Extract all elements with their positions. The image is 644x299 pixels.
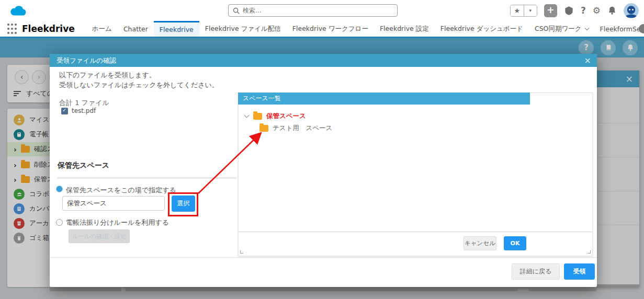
- resize-grip-icon[interactable]: [240, 250, 243, 254]
- space-name-input[interactable]: [62, 196, 165, 211]
- tree-child-label[interactable]: テスト用 スペース: [273, 124, 332, 133]
- header-icons: ★ ▾ + ? ⚙: [510, 3, 639, 18]
- annotation-highlight-box: [168, 192, 198, 216]
- folder-icon: [253, 113, 262, 120]
- setup-gear-icon[interactable]: ⚙: [593, 5, 601, 16]
- tab-home[interactable]: ホーム: [86, 21, 118, 37]
- modal-title: 受領ファイルの確認: [57, 56, 116, 64]
- chevron-down-icon[interactable]: [584, 26, 589, 30]
- tree-child-row[interactable]: テスト用 スペース: [259, 124, 332, 133]
- modal-intro-text: 以下のファイルを受領します。 受領しないファイルはチェックを外してください。: [59, 70, 219, 90]
- screen: ★ ▾ + ? ⚙: [0, 0, 644, 299]
- rule-config-button-disabled: ルールの確認・設定: [69, 229, 130, 243]
- folder-icon: [259, 125, 268, 132]
- resize-grip-icon[interactable]: [587, 250, 591, 254]
- modal-header: 受領ファイルの確認 ×: [50, 54, 597, 67]
- favorites-dropdown-icon[interactable]: ▾: [524, 5, 537, 16]
- search-icon: [233, 7, 240, 14]
- tab-chatter[interactable]: Chatter: [118, 21, 154, 37]
- close-icon[interactable]: ×: [584, 55, 591, 66]
- back-to-detail-button[interactable]: 詳細に戻る: [512, 263, 560, 280]
- section-divider: [58, 178, 236, 178]
- panel-divider: [239, 232, 592, 232]
- app-launcher-icon[interactable]: [7, 24, 17, 34]
- favorites-star-icon[interactable]: ★: [511, 5, 524, 16]
- user-avatar[interactable]: [624, 3, 639, 18]
- space-list-header: スペース一覧: [238, 93, 530, 105]
- radio-rule-label[interactable]: 電帳法振り分けルールを利用する: [66, 218, 169, 227]
- help-icon[interactable]: ?: [581, 5, 586, 16]
- file-name: test.pdf: [72, 107, 96, 114]
- app-nav-bar: Fleekdrive ホーム Chatter Fleekdrive Fleekd…: [0, 21, 644, 37]
- radio-rule-select[interactable]: [56, 219, 63, 226]
- file-row: test.pdf: [61, 107, 96, 114]
- radio-direct-label[interactable]: 保管先スペースをこの場で指定する: [66, 186, 176, 195]
- tree-root-row[interactable]: 保管スペース: [245, 112, 306, 121]
- notifications-bell-icon[interactable]: [607, 6, 617, 15]
- global-add-button[interactable]: +: [544, 4, 557, 17]
- destination-heading: 保管先スペース: [58, 161, 109, 170]
- chevron-expanded-icon[interactable]: [244, 113, 250, 118]
- global-search: [228, 4, 398, 17]
- guidance-icon[interactable]: [564, 6, 574, 16]
- ok-button[interactable]: OK: [504, 236, 526, 250]
- space-list-dialog: スペース一覧 保管スペース テスト用 スペース キャンセル OK: [238, 93, 593, 256]
- tab-fleekform-setting[interactable]: FleekformSetting: [594, 21, 644, 37]
- accept-button[interactable]: 受領: [564, 263, 595, 280]
- file-checkbox[interactable]: [61, 108, 68, 114]
- favorites-combo[interactable]: ★ ▾: [510, 5, 537, 17]
- tab-file-delivery[interactable]: Fleekdrive ファイル配信: [199, 21, 287, 37]
- tab-cso-sync[interactable]: CSO同期ワーク: [529, 21, 594, 37]
- file-total-label: 合計 1 ファイル: [59, 98, 109, 108]
- tab-workflow[interactable]: Fleekdrive ワークフロー: [287, 21, 374, 37]
- tree-root-label[interactable]: 保管スペース: [266, 112, 306, 121]
- tab-dashboard[interactable]: Fleekdrive ダッシュボード: [435, 21, 529, 37]
- salesforce-cloud-logo[interactable]: [8, 4, 28, 17]
- footer-divider: [50, 257, 597, 258]
- tab-settings[interactable]: Fleekdrive 設定: [374, 21, 435, 37]
- cancel-button[interactable]: キャンセル: [464, 236, 496, 250]
- receive-file-confirm-modal: 受領ファイルの確認 × 以下のファイルを受領します。 受領しないファイルはチェッ…: [50, 54, 597, 287]
- radio-direct-select[interactable]: [56, 186, 63, 192]
- app-name: Fleekdrive: [22, 21, 75, 37]
- search-input[interactable]: [243, 7, 393, 14]
- space-list-title: スペース一覧: [243, 95, 281, 102]
- global-header: ★ ▾ + ? ⚙: [0, 0, 644, 21]
- tab-fleekdrive[interactable]: Fleekdrive: [154, 21, 199, 37]
